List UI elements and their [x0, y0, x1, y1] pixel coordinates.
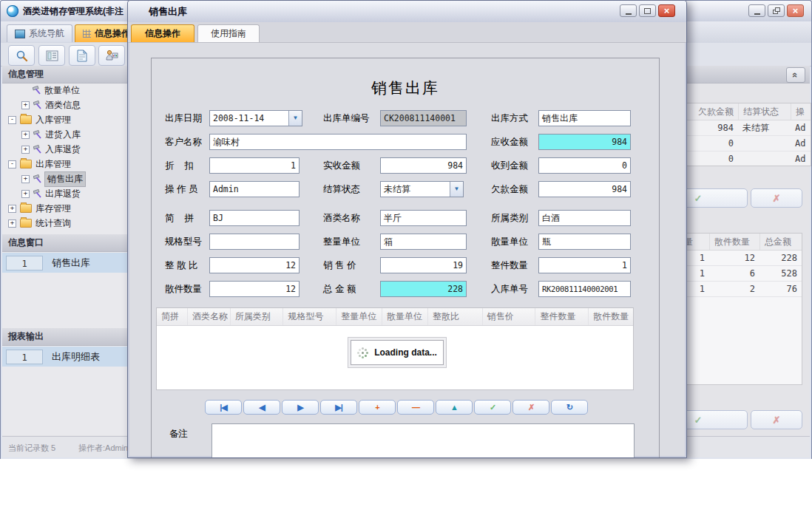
debt-label: 欠款金额	[491, 181, 528, 197]
tab-system-nav[interactable]: 系统导航	[7, 24, 72, 42]
folder-icon	[20, 160, 32, 168]
expand-icon[interactable]: +	[21, 101, 30, 109]
sidebar-item-inbound-return[interactable]: + 入库退货	[2, 143, 81, 156]
sidebar-item-sales-out[interactable]: + 销售出库	[2, 172, 85, 185]
list-view-button[interactable]	[38, 45, 65, 66]
search-button[interactable]	[8, 45, 35, 66]
edit-record-button[interactable]: ▲	[436, 400, 473, 415]
actual-input[interactable]: 984	[380, 157, 467, 174]
received-input[interactable]: 0	[538, 157, 631, 174]
sidebar-item-wine-info[interactable]: + 酒类信息	[2, 98, 81, 112]
last-record-button[interactable]: ▶|	[320, 400, 357, 415]
sidebar-item-purchase-in[interactable]: + 进货入库	[2, 128, 81, 141]
cancel-button[interactable]: ✗	[751, 188, 802, 208]
collapse-node-icon[interactable]: -	[8, 160, 16, 168]
user-report-button[interactable]	[98, 45, 125, 66]
sidebar-item-inbound-mgmt[interactable]: - 入库管理	[2, 113, 71, 126]
cancel-button[interactable]: ✗	[751, 410, 802, 429]
refresh-button[interactable]: ↻	[551, 400, 588, 415]
dropdown-arrow-icon[interactable]: ▼	[288, 111, 302, 126]
search-icon	[16, 50, 28, 62]
expand-icon[interactable]: +	[21, 131, 30, 139]
detail-grid: 简拼 酒类名称 所属类别 规格型号 整量单位 散量单位 整散比 销售价 整件数量…	[156, 307, 634, 390]
collapse-node-icon[interactable]: -	[8, 116, 16, 124]
dialog-titlebar[interactable]: 销售出库	[128, 1, 686, 23]
sidebar-item-loose-unit[interactable]: 散量单位	[2, 84, 80, 97]
info-window-item[interactable]: 1 销售出库	[2, 253, 131, 273]
minimize-button[interactable]	[620, 4, 637, 17]
list-icon	[46, 50, 58, 61]
sidebar-item-outbound-return[interactable]: + 出库退货	[2, 187, 81, 200]
price-input[interactable]: 19	[380, 257, 467, 273]
out-date-input[interactable]: 2008-11-14 ▼	[209, 110, 302, 126]
document-button[interactable]	[69, 45, 95, 66]
receivable-input[interactable]: 984	[538, 134, 631, 150]
expand-icon[interactable]: +	[8, 219, 16, 228]
customer-label: 客户名称	[165, 134, 202, 150]
record-count: 当前记录数 5	[8, 443, 55, 454]
prev-record-button[interactable]: ◀	[243, 400, 280, 415]
info-mgmt-header: 信息管理	[8, 68, 44, 81]
tool-icon	[33, 101, 42, 109]
spec-input[interactable]	[209, 234, 300, 250]
ratio-input[interactable]: 12	[209, 257, 300, 273]
total-input[interactable]: 228	[380, 281, 467, 297]
wine-name-input[interactable]: 半斤	[380, 210, 467, 226]
pinyin-input[interactable]: BJ	[209, 210, 300, 226]
item-index: 1	[6, 350, 43, 364]
remark-input[interactable]	[212, 423, 635, 458]
operator-label: 操 作 员	[165, 181, 197, 197]
loose-qty-input[interactable]: 12	[209, 281, 300, 297]
expand-icon[interactable]: +	[21, 146, 30, 154]
collapse-panel-button[interactable]: «	[786, 67, 805, 83]
expand-icon[interactable]: +	[21, 175, 30, 183]
report-output-item[interactable]: 1 出库明细表	[2, 347, 131, 367]
loose-unit-input[interactable]: 瓶	[538, 234, 631, 250]
expand-icon[interactable]: +	[21, 190, 30, 198]
bulk-qty-input[interactable]: 1	[538, 257, 631, 273]
confirm-button[interactable]: ✓	[474, 400, 511, 415]
category-label: 所属类别	[491, 210, 528, 226]
monitor-icon	[15, 30, 25, 38]
first-record-button[interactable]: |◀	[205, 400, 242, 415]
folder-icon	[20, 204, 32, 213]
tab-user-guide[interactable]: 使用指南	[197, 24, 260, 42]
cancel-button[interactable]: ✗	[512, 400, 549, 415]
tool-icon	[33, 130, 42, 139]
next-record-button[interactable]: ▶	[282, 400, 319, 415]
item-index: 1	[6, 256, 43, 270]
actual-label: 实收金额	[323, 157, 360, 174]
in-no-input[interactable]: RK200811140002001	[538, 281, 631, 297]
restore-button[interactable]	[768, 4, 785, 17]
operator-input[interactable]: Admin	[209, 181, 300, 197]
tool-icon	[33, 145, 42, 154]
out-type-input[interactable]: 销售出库	[538, 110, 631, 126]
close-button[interactable]: ×	[787, 4, 804, 17]
ratio-label: 整 散 比	[165, 257, 197, 273]
customer-input[interactable]: 渝味村	[209, 134, 467, 150]
sidebar-item-outbound-mgmt[interactable]: - 出库管理	[2, 157, 71, 171]
delete-record-button[interactable]: —	[397, 400, 434, 415]
expand-icon[interactable]: +	[8, 205, 16, 213]
record-navigator: |◀ ◀ ▶ ▶| + — ▲ ✓ ✗ ↻	[205, 400, 588, 415]
form-title: 销售出库	[151, 78, 660, 98]
minimize-button[interactable]	[748, 4, 765, 17]
discount-input[interactable]: 1	[209, 157, 300, 174]
dropdown-arrow-icon[interactable]: ▼	[450, 182, 463, 197]
maximize-button[interactable]	[639, 4, 656, 17]
debt-input[interactable]: 984	[538, 181, 631, 197]
loose-unit-label: 散量单位	[491, 234, 528, 250]
add-record-button[interactable]: +	[359, 400, 396, 415]
out-no-input: CK200811140001	[380, 110, 467, 126]
close-button[interactable]: ×	[658, 4, 675, 17]
sidebar-item-stock-mgmt[interactable]: + 库存管理	[2, 202, 71, 215]
operator-label: 操作者:Admin	[78, 443, 128, 454]
tab-info-operation[interactable]: 信息操作	[131, 24, 194, 42]
category-input[interactable]: 白酒	[538, 210, 631, 226]
bulk-unit-input[interactable]: 箱	[380, 234, 467, 250]
settle-input[interactable]: 未结算 ▼	[380, 181, 464, 197]
sidebar-item-stats-query[interactable]: + 统计查询	[2, 217, 71, 230]
main-window-title: 酒类进销存管理系统(非注	[23, 5, 124, 18]
loading-text: Loading data...	[374, 347, 437, 358]
receivable-label: 应收金额	[491, 134, 528, 150]
